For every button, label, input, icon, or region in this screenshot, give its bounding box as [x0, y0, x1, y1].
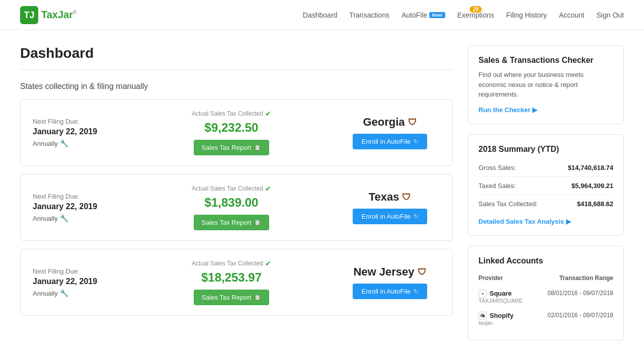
- title-divider: [20, 69, 453, 70]
- nj-tax-amount: $18,253.97: [123, 270, 340, 285]
- georgia-autofile-button[interactable]: Enroll in AutoFile ↻: [353, 134, 428, 149]
- linked-accounts-title: Linked Accounts: [478, 256, 613, 265]
- doc-icon: 📋: [254, 294, 261, 301]
- doc-icon: 📋: [254, 144, 261, 151]
- analysis-arrow-icon: ▶: [566, 218, 571, 225]
- gross-sales-label: Gross Sales:: [478, 164, 516, 171]
- georgia-report-button[interactable]: Sales Tax Report 📋: [194, 140, 270, 155]
- nav-autofile[interactable]: AutoFile: [401, 11, 427, 19]
- shield-icon: 🛡: [418, 267, 427, 278]
- checker-card: Sales & Transactions Checker Find out wh…: [468, 45, 624, 124]
- page-title: Dashboard: [20, 45, 453, 61]
- shopify-icon: 🛍: [478, 312, 487, 320]
- georgia-frequency: Annually 🔧: [33, 139, 123, 147]
- nav-account[interactable]: Account: [559, 11, 585, 19]
- nav-autofile-wrap: AutoFile New!: [401, 11, 445, 19]
- checker-arrow-icon: ▶: [532, 106, 537, 114]
- square-provider: ▪ Square TAXJARSQUARE: [478, 286, 533, 308]
- shopify-name: 🛍 Shopify: [478, 312, 533, 320]
- col-range: Transaction Range: [533, 273, 613, 286]
- linked-account-square: ▪ Square TAXJARSQUARE 08/01/2016 - 09/07…: [478, 286, 613, 308]
- texas-filing-label: Next Filing Due:: [33, 193, 123, 200]
- right-column: Sales & Transactions Checker Find out wh…: [468, 45, 624, 350]
- nj-state-name: New Jersey 🛡: [340, 265, 440, 279]
- nj-tax-label: Actual Sales Tax Collected ✔: [123, 259, 340, 267]
- state-card-texas: Next Filing Due: January 22, 2019 Annual…: [20, 174, 453, 241]
- refresh-icon: ↻: [414, 213, 418, 220]
- taxed-sales-label: Taxed Sales:: [478, 182, 516, 190]
- wrench-icon: 🔧: [60, 289, 68, 297]
- georgia-filing-info: Next Filing Due: January 22, 2019 Annual…: [33, 118, 123, 147]
- nj-frequency: Annually 🔧: [33, 289, 123, 297]
- square-icon: ▪: [478, 290, 487, 298]
- collected-value: $418,688.62: [577, 200, 613, 208]
- nav-bar: TJ TaxJar® Dashboard Transactions AutoFi…: [0, 0, 644, 30]
- checker-description: Find out where your business meets econo…: [478, 70, 613, 100]
- gross-sales-value: $14,740,618.74: [568, 164, 613, 171]
- nav-dashboard[interactable]: Dashboard: [303, 11, 338, 19]
- state-card-new-jersey: Next Filing Due: January 22, 2019 Annual…: [20, 249, 453, 316]
- linked-account-shopify: 🛍 Shopify taxjar- 02/01/2016 - 09/07/201…: [478, 308, 613, 330]
- summary-title: 2018 Summary (YTD): [478, 145, 613, 154]
- georgia-tax-info: Actual Sales Tax Collected ✔ $9,232.50 S…: [123, 110, 340, 155]
- nj-state-info: New Jersey 🛡 Enroll in AutoFile ↻: [340, 265, 440, 299]
- square-sub: TAXJARSQUARE: [478, 298, 533, 304]
- svg-text:TJ: TJ: [24, 10, 34, 20]
- section-title: States collecting in & filing manually: [20, 82, 453, 91]
- refresh-icon: ↻: [414, 138, 418, 145]
- georgia-state-info: Georgia 🛡 Enroll in AutoFile ↻: [340, 116, 440, 149]
- nav-sign-out[interactable]: Sign Out: [597, 11, 624, 19]
- autofile-new-badge: New!: [429, 12, 445, 18]
- summary-card: 2018 Summary (YTD) Gross Sales: $14,740,…: [468, 134, 624, 236]
- wrench-icon: 🔧: [60, 214, 68, 222]
- nj-tax-info: Actual Sales Tax Collected ✔ $18,253.97 …: [123, 259, 340, 305]
- nj-filing-date: January 22, 2019: [33, 277, 123, 286]
- nj-report-button[interactable]: Sales Tax Report 📋: [194, 290, 270, 305]
- check-circle-icon: ✔: [265, 259, 271, 267]
- check-circle-icon: ✔: [265, 110, 271, 118]
- nj-autofile-button[interactable]: Enroll in AutoFile ↻: [353, 284, 428, 299]
- texas-tax-amount: $1,839.00: [123, 196, 340, 210]
- georgia-state-name: Georgia 🛡: [340, 116, 440, 129]
- georgia-tax-amount: $9,232.50: [123, 121, 340, 135]
- col-provider: Provider: [478, 273, 533, 286]
- summary-rows: Gross Sales: $14,740,618.74 Taxed Sales:…: [478, 159, 613, 213]
- check-circle-icon: ✔: [265, 185, 271, 193]
- summary-row-collected: Sales Tax Collected: $418,688.62: [478, 195, 613, 213]
- taxed-sales-value: $5,964,309.21: [572, 182, 613, 190]
- texas-report-button[interactable]: Sales Tax Report 📋: [194, 215, 270, 230]
- nav-transactions[interactable]: Transactions: [349, 11, 389, 19]
- summary-row-taxed: Taxed Sales: $5,964,309.21: [478, 177, 613, 195]
- linked-accounts-table: Provider Transaction Range ▪ Square TAXJ…: [478, 273, 613, 330]
- nj-filing-label: Next Filing Due:: [33, 267, 123, 275]
- georgia-filing-date: January 22, 2019: [33, 127, 123, 136]
- texas-state-name: Texas 🛡: [340, 191, 440, 204]
- logo-text: TaxJar®: [41, 9, 76, 21]
- nav-exemptions-wrap: Exemptions 29: [457, 11, 494, 19]
- summary-row-gross: Gross Sales: $14,740,618.74: [478, 159, 613, 177]
- wrench-icon: 🔧: [60, 139, 68, 147]
- square-range: 08/01/2016 - 09/07/2018: [533, 286, 613, 308]
- linked-accounts-card: Linked Accounts Provider Transaction Ran…: [468, 246, 624, 340]
- shopify-provider: 🛍 Shopify taxjar-: [478, 308, 533, 330]
- texas-tax-info: Actual Sales Tax Collected ✔ $1,839.00 S…: [123, 185, 340, 230]
- shield-icon: 🛡: [408, 117, 417, 128]
- left-column: Dashboard States collecting in & filing …: [20, 45, 453, 350]
- logo: TJ TaxJar®: [20, 6, 76, 24]
- nav-filing-history[interactable]: Filing History: [506, 11, 547, 19]
- analysis-link[interactable]: Detailed Sales Tax Analysis ▶: [478, 218, 571, 225]
- main-content: Dashboard States collecting in & filing …: [0, 30, 644, 362]
- shield-icon: 🛡: [402, 192, 411, 203]
- texas-filing-date: January 22, 2019: [33, 202, 123, 211]
- collected-label: Sales Tax Collected:: [478, 200, 538, 208]
- shopify-sub: taxjar-: [478, 320, 533, 326]
- texas-tax-label: Actual Sales Tax Collected ✔: [123, 185, 340, 193]
- texas-frequency: Annually 🔧: [33, 214, 123, 222]
- texas-filing-info: Next Filing Due: January 22, 2019 Annual…: [33, 193, 123, 222]
- texas-autofile-button[interactable]: Enroll in AutoFile ↻: [353, 209, 428, 224]
- refresh-icon: ↻: [414, 288, 418, 295]
- nj-filing-info: Next Filing Due: January 22, 2019 Annual…: [33, 267, 123, 297]
- georgia-filing-label: Next Filing Due:: [33, 118, 123, 125]
- run-checker-link[interactable]: Run the Checker ▶: [478, 106, 537, 114]
- exemptions-badge: 29: [470, 6, 481, 13]
